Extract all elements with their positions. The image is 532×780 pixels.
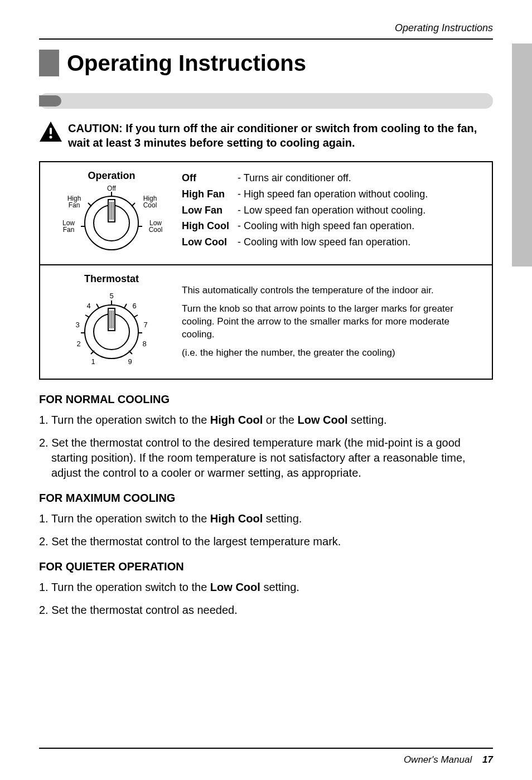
footer-label: Owner's Manual <box>404 754 472 765</box>
mode-row-off: Off - Turns air conditioner off. <box>182 170 482 186</box>
svg-text:9: 9 <box>128 357 132 366</box>
quiet-item2: 2. Set the thermostat control as needed. <box>39 603 493 618</box>
normal-item1-mid: or the <box>263 414 297 426</box>
svg-text:Cool: Cool <box>149 226 163 234</box>
section-head-normal: FOR NORMAL COOLING <box>39 393 493 406</box>
mode-row-highfan: High Fan - High speed fan operation with… <box>182 186 482 202</box>
operation-dial-title: Operation <box>50 170 173 182</box>
quiet-item1: 1. Turn the operation switch to the Low … <box>39 580 493 595</box>
page-title: Operating Instructions <box>67 51 306 76</box>
max-item2: 2. Set the thermostat control to the lar… <box>39 534 493 549</box>
svg-line-32 <box>124 304 127 308</box>
normal-item1-post: setting. <box>348 414 387 426</box>
accent-bar-dark <box>39 95 61 106</box>
svg-line-33 <box>85 315 89 317</box>
operation-dial-icon: Off High Fan High Cool Low Fan Low Cool <box>53 184 170 256</box>
svg-line-11 <box>88 203 91 206</box>
mode-desc-highcool: - Cooling with high speed fan operation. <box>238 218 482 234</box>
footer-pagenum: 17 <box>482 754 493 765</box>
thermostat-row: Thermostat <box>40 265 492 379</box>
svg-text:Fan: Fan <box>63 226 75 234</box>
mode-row-lowfan: Low Fan - Low speed fan operation withou… <box>182 202 482 219</box>
max-item1-pre: 1. Turn the operation switch to the <box>39 512 210 525</box>
svg-line-34 <box>134 315 138 317</box>
mode-label-off: Off <box>182 170 238 186</box>
mode-label-highfan: High Fan <box>182 186 238 202</box>
svg-text:8: 8 <box>142 340 146 348</box>
thermostat-dial-col: Thermostat <box>50 273 173 371</box>
footer: Owner's Manual 17 <box>404 754 493 766</box>
side-tab <box>512 43 532 267</box>
svg-line-12 <box>132 203 135 206</box>
svg-line-31 <box>96 304 99 308</box>
mode-label-lowfan: Low Fan <box>182 202 238 219</box>
warning-icon <box>39 121 62 142</box>
svg-text:6: 6 <box>132 302 136 310</box>
title-row: Operating Instructions <box>39 50 493 76</box>
caution-row: CAUTION: If you turn off the air conditi… <box>39 121 493 150</box>
svg-text:Off: Off <box>107 185 116 192</box>
mode-desc-lowcool: - Cooling with low speed fan operation. <box>238 234 482 250</box>
operation-dial-col: Operation Off <box>50 170 173 256</box>
mode-desc-off: - Turns air conditioner off. <box>238 170 482 186</box>
thermostat-para3: (i.e. the higher the number, the greater… <box>182 347 482 360</box>
thermostat-para1: This automatically controls the temperat… <box>182 284 482 297</box>
thermostat-dial-title: Thermostat <box>50 273 173 285</box>
footer-rule <box>39 748 493 749</box>
svg-point-3 <box>50 136 52 139</box>
section-head-max: FOR MAXIMUM COOLING <box>39 492 493 505</box>
quiet-item1-b1: Low Cool <box>210 581 260 593</box>
svg-text:2: 2 <box>76 340 80 348</box>
svg-text:3: 3 <box>75 321 79 329</box>
accent-bar <box>39 93 493 109</box>
controls-box: Operation Off <box>39 161 493 380</box>
normal-item1: 1. Turn the operation switch to the High… <box>39 413 493 428</box>
normal-item1-b2: Low Cool <box>298 414 348 426</box>
caution-text: CAUTION: If you turn off the air conditi… <box>68 121 493 150</box>
mode-desc-lowfan: - Low speed fan operation without coolin… <box>238 202 482 219</box>
quiet-item1-post: setting. <box>260 581 299 593</box>
quiet-item1-pre: 1. Turn the operation switch to the <box>39 581 210 593</box>
svg-text:Fan: Fan <box>69 201 80 209</box>
title-block-icon <box>39 50 59 76</box>
accent-bar-fill <box>39 93 493 109</box>
mode-desc-highfan: - High speed fan operation without cooli… <box>238 186 482 202</box>
normal-item1-b1: High Cool <box>210 414 263 426</box>
normal-item1-pre: 1. Turn the operation switch to the <box>39 414 210 426</box>
svg-text:5: 5 <box>109 292 113 300</box>
mode-row-highcool: High Cool - Cooling with high speed fan … <box>182 218 482 234</box>
max-item1: 1. Turn the operation switch to the High… <box>39 511 493 526</box>
operation-desc-col: Off - Turns air conditioner off. High Fa… <box>173 170 482 256</box>
max-item1-b1: High Cool <box>210 512 263 525</box>
thermostat-para2: Turn the knob so that arrow points to th… <box>182 303 482 341</box>
section-head-quiet: FOR QUIETER OPERATION <box>39 560 493 573</box>
svg-text:4: 4 <box>86 302 90 310</box>
mode-label-lowcool: Low Cool <box>182 234 238 250</box>
svg-rect-2 <box>50 128 52 134</box>
operation-row: Operation Off <box>40 162 492 265</box>
thermostat-desc-col: This automatically controls the temperat… <box>173 273 482 371</box>
svg-text:1: 1 <box>91 357 95 366</box>
thermostat-dial-icon: 1 2 3 4 5 6 7 8 9 <box>53 287 170 371</box>
normal-item2: 2. Set the thermostat control to the des… <box>39 435 493 481</box>
mode-label-highcool: High Cool <box>182 218 238 234</box>
svg-text:Cool: Cool <box>143 201 157 209</box>
mode-row-lowcool: Low Cool - Cooling with low speed fan op… <box>182 234 482 250</box>
header-rule <box>39 38 493 40</box>
running-header: Operating Instructions <box>39 22 493 34</box>
svg-text:7: 7 <box>143 321 147 329</box>
max-item1-post: setting. <box>263 512 302 525</box>
